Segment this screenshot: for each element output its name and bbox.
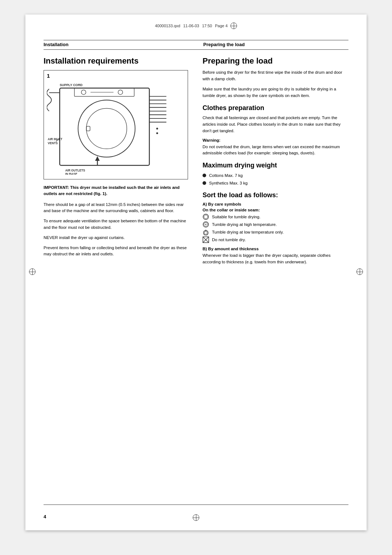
symbol-row-3: Tumble drying at low temperature only. [203,229,348,235]
body-para-4: Prevent items from falling or collecting… [44,245,188,258]
symbol-text-4: Do not tumble dry. [212,237,246,243]
symbol-text-1: Suitable for tumble drying. [212,214,261,220]
left-column: Installation requirements 1 SUPPLY CORD [44,56,196,269]
filename: 40000133.qxd [155,24,180,28]
clothes-title: Clothes preparation [203,104,348,112]
svg-text:IN BASE: IN BASE [65,173,78,175]
preparing-para-2: Make sure that the laundry you are going… [203,86,348,99]
file-date: 11-06-03 [183,24,199,28]
diagram-number: 1 [47,73,50,79]
svg-text:SUPPLY CORD: SUPPLY CORD [60,84,83,87]
file-page: Page 4 [215,24,228,28]
svg-rect-1 [60,88,149,166]
svg-point-31 [205,224,207,225]
max-drying-title: Maximum drying weight [203,162,348,170]
diagram-svg: SUPPLY CORD [47,73,185,176]
body-para-3: NEVER install the dryer up against curta… [44,235,188,241]
top-crosshair-icon [230,23,237,29]
collar-label: On the collar or inside seam: [203,208,348,212]
by-amount-label: B) By amount and thickness [203,247,348,251]
file-info: 40000133.qxd 11-06-03 17:50 Page 4 [155,23,237,29]
page-number: 4 [44,514,46,519]
bullet-cottons-text: Cottons Max. 7 kg [209,173,243,179]
svg-point-24 [81,90,86,95]
svg-marker-22 [95,156,100,161]
svg-point-2 [78,100,135,157]
bullet-cottons: Cottons Max. 7 kg [203,173,348,179]
svg-point-32 [204,231,208,235]
symbol-row-1: Suitable for tumble drying. [203,214,348,220]
sort-title: Sort the load as follows: [203,191,348,199]
warning-label: Warning: [203,138,348,142]
tumble-dry-icon [203,214,209,220]
svg-point-34 [205,230,207,231]
important-note: IMPORTANT: This dryer must be installed … [44,185,188,197]
symbol-row-4: Do not tumble dry. [203,236,348,243]
tumble-high-icon [203,221,209,228]
svg-point-28 [204,215,208,219]
svg-point-14 [156,128,158,130]
bullet-synthetics: Synthetics Max. 3 kg [203,180,348,186]
installation-title: Installation requirements [44,56,188,66]
svg-text:VENTS: VENTS [48,142,58,145]
symbol-row-2: Tumble drying at high temperature. [203,221,348,228]
preparing-title: Preparing the load [203,56,348,66]
page: 40000133.qxd 11-06-03 17:50 Page 4 Insta… [25,15,367,530]
diagram-box: 1 SUPPLY CORD [44,70,188,179]
svg-point-25 [118,90,123,95]
svg-rect-4 [86,126,90,131]
body-para-2: To ensure adequate ventilation the space… [44,218,188,231]
bottom-crosshair-icon [193,514,199,522]
preparing-para-1: Before using the dryer for the first tim… [203,69,348,82]
symbol-text-2: Tumble drying at high temperature. [212,222,277,228]
warning-text: Do not overload the drum, large items wh… [203,144,348,157]
svg-text:AIR OUTLETS: AIR OUTLETS [65,169,85,172]
header-left: Installation [44,42,196,47]
no-tumble-icon [203,236,209,243]
bottom-rule [44,505,348,505]
bullet-synthetics-text: Synthetics Max. 3 kg [209,180,248,186]
body-para-1: There should be a gap of at least 12mm (… [44,202,188,215]
file-time: 17:50 [202,24,212,28]
two-column-layout: Installation requirements 1 SUPPLY CORD [44,56,348,269]
svg-point-33 [204,231,207,234]
right-column: Preparing the load Before using the drye… [196,56,348,269]
bullet-dot-2 [203,181,206,185]
main-content: Installation Preparing the load Installa… [44,42,348,503]
important-note-text: IMPORTANT: This dryer must be installed … [44,185,180,196]
header-row: Installation Preparing the load [44,42,348,50]
header-right: Preparing the load [196,42,348,47]
top-rule [44,40,348,40]
by-amount-text: Whenever the load is bigger than the dry… [203,252,348,266]
svg-text:AIR INLET: AIR INLET [48,138,62,141]
symbol-text-3: Tumble drying at low temperature only. [212,229,284,235]
clothes-para: Check that all fastenings are closed and… [203,115,348,134]
bullet-dot-1 [203,174,206,177]
left-crosshair-icon [29,268,36,276]
svg-point-15 [156,133,158,134]
tumble-low-icon [203,229,209,235]
right-crosshair-icon [356,268,363,276]
by-care-label: A) By care symbols [203,202,348,206]
svg-point-3 [86,109,127,149]
